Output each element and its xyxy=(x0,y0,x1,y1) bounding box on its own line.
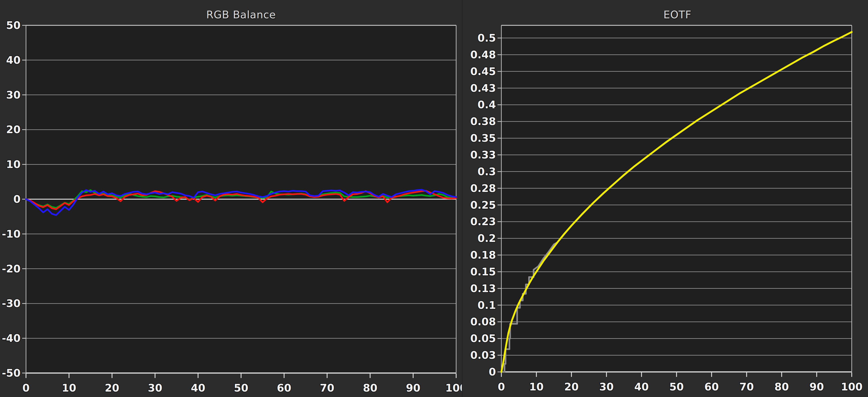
svg-text:0.43: 0.43 xyxy=(470,82,496,94)
svg-text:0.03: 0.03 xyxy=(470,349,496,361)
svg-text:-50: -50 xyxy=(2,367,21,379)
svg-text:0: 0 xyxy=(489,366,496,378)
svg-text:100: 100 xyxy=(445,382,462,394)
svg-text:0.25: 0.25 xyxy=(470,199,496,211)
svg-text:50: 50 xyxy=(669,381,684,393)
rgb-balance-panel: RGB Balance 50403020100-10-20-30-40-5001… xyxy=(0,0,462,397)
svg-text:10: 10 xyxy=(529,381,544,393)
svg-text:0.15: 0.15 xyxy=(470,266,496,278)
svg-text:0.28: 0.28 xyxy=(470,182,496,194)
svg-text:0: 0 xyxy=(498,381,505,393)
svg-text:0: 0 xyxy=(13,193,21,205)
svg-text:20: 20 xyxy=(105,382,119,394)
svg-text:60: 60 xyxy=(277,382,291,394)
svg-text:0.23: 0.23 xyxy=(470,215,496,228)
svg-text:0.13: 0.13 xyxy=(470,282,496,295)
svg-text:0.18: 0.18 xyxy=(470,249,496,261)
svg-text:50: 50 xyxy=(234,382,248,394)
svg-text:0.5: 0.5 xyxy=(477,32,496,44)
svg-text:80: 80 xyxy=(363,382,377,394)
svg-text:80: 80 xyxy=(774,381,789,393)
svg-text:0.38: 0.38 xyxy=(470,115,496,127)
svg-text:0.48: 0.48 xyxy=(470,49,496,61)
rgb-balance-chart: 50403020100-10-20-30-40-5001020304050607… xyxy=(0,0,462,397)
eotf-panel: EOTF 0.50.480.450.430.40.380.350.330.30.… xyxy=(463,0,868,397)
svg-text:-10: -10 xyxy=(2,228,21,240)
svg-text:30: 30 xyxy=(6,89,21,101)
svg-text:-40: -40 xyxy=(2,332,21,344)
svg-text:40: 40 xyxy=(634,381,649,393)
svg-text:0.35: 0.35 xyxy=(470,132,496,144)
svg-text:100: 100 xyxy=(841,381,863,393)
svg-text:40: 40 xyxy=(191,382,205,394)
svg-text:10: 10 xyxy=(62,382,76,394)
svg-text:50: 50 xyxy=(6,19,21,31)
svg-text:0.08: 0.08 xyxy=(470,315,496,328)
svg-text:60: 60 xyxy=(704,381,719,393)
svg-text:0.4: 0.4 xyxy=(477,98,496,111)
svg-text:30: 30 xyxy=(148,382,162,394)
svg-text:70: 70 xyxy=(320,382,334,394)
svg-text:70: 70 xyxy=(739,381,754,393)
svg-text:90: 90 xyxy=(809,381,824,393)
svg-text:0.2: 0.2 xyxy=(477,232,496,244)
svg-text:0: 0 xyxy=(22,382,30,394)
svg-text:10: 10 xyxy=(6,158,21,171)
svg-text:0.33: 0.33 xyxy=(470,149,496,161)
svg-text:-30: -30 xyxy=(2,297,21,309)
svg-text:0.05: 0.05 xyxy=(470,332,496,344)
svg-text:0.3: 0.3 xyxy=(477,165,496,178)
svg-text:90: 90 xyxy=(406,382,421,394)
svg-text:20: 20 xyxy=(564,381,579,393)
eotf-chart: 0.50.480.450.430.40.380.350.330.30.280.2… xyxy=(463,0,868,397)
svg-text:30: 30 xyxy=(599,381,614,393)
svg-text:-20: -20 xyxy=(2,263,21,275)
svg-text:0.1: 0.1 xyxy=(477,299,496,311)
svg-text:20: 20 xyxy=(6,123,21,136)
svg-text:0.45: 0.45 xyxy=(470,65,496,78)
svg-text:40: 40 xyxy=(6,54,21,66)
